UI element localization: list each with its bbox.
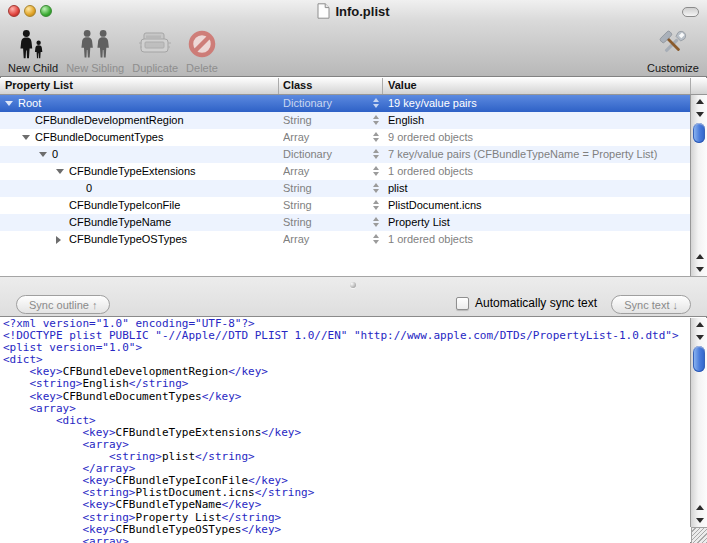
value-cell[interactable]: PlistDocument.icns	[388, 197, 688, 214]
stepper-down-icon	[373, 189, 379, 193]
property-key-cell[interactable]: CFBundleDocumentTypes	[0, 129, 300, 146]
value-cell[interactable]: 19 key/value pairs	[388, 95, 688, 112]
column-header-property-list[interactable]: Property List	[5, 79, 73, 91]
value-cell[interactable]: Property List	[388, 214, 688, 231]
column-header-value[interactable]: Value	[388, 79, 417, 91]
column-header-class[interactable]: Class	[283, 79, 312, 91]
window-resize-grip[interactable]	[691, 527, 707, 543]
xml-source-line: <key>CFBundleDocumentTypes</key>	[3, 391, 690, 403]
title-group: Info.plist	[0, 0, 707, 22]
class-popup-cell[interactable]: Array	[283, 129, 369, 146]
class-popup-stepper-icon[interactable]	[372, 217, 379, 227]
xml-source-editor[interactable]: <?xml version="1.0" encoding="UTF-8"?><!…	[0, 317, 690, 543]
outline-vertical-scrollbar[interactable]	[690, 95, 707, 276]
class-popup-cell[interactable]: Dictionary	[283, 95, 369, 112]
class-popup-cell[interactable]: String	[283, 180, 369, 197]
outline-row[interactable]: 0Dictionary7 key/value pairs (CFBundleTy…	[0, 146, 690, 163]
class-popup-cell[interactable]: String	[283, 214, 369, 231]
disclosure-triangle-icon[interactable]	[56, 169, 69, 174]
class-popup-stepper-icon[interactable]	[372, 166, 379, 176]
stepper-up-icon	[373, 217, 379, 221]
scroll-down-button[interactable]	[692, 263, 707, 276]
property-key-cell[interactable]: Root	[0, 95, 283, 112]
outline-header: Property List Class Value	[0, 78, 707, 95]
outline-row[interactable]: CFBundleDocumentTypesArray9 ordered obje…	[0, 129, 690, 146]
class-popup-stepper-icon[interactable]	[372, 149, 379, 159]
class-popup-cell[interactable]: Dictionary	[283, 146, 369, 163]
scroll-down-button[interactable]	[692, 108, 707, 121]
property-key-cell[interactable]: 0	[0, 146, 317, 163]
class-popup-cell[interactable]: Array	[283, 231, 369, 248]
outline-row[interactable]: CFBundleTypeExtensionsArray1 ordered obj…	[0, 163, 690, 180]
toolbar-button-label: Delete	[186, 62, 218, 74]
disclosure-triangle-icon[interactable]	[5, 101, 18, 106]
new-sibling-button[interactable]: New Sibling	[64, 22, 126, 74]
class-popup-stepper-icon[interactable]	[372, 98, 379, 108]
sync-text-button[interactable]: Sync text ↓	[611, 295, 691, 314]
property-key-cell[interactable]: CFBundleDevelopmentRegion	[0, 112, 300, 129]
stepper-up-icon	[373, 132, 379, 136]
sync-outline-button[interactable]: Sync outline ↑	[16, 295, 110, 314]
new-child-button[interactable]: New Child	[6, 22, 60, 74]
scroll-down-button[interactable]	[692, 331, 707, 344]
customize-button[interactable]: Customize	[645, 22, 701, 74]
titlebar[interactable]: Info.plist	[0, 0, 707, 22]
value-cell[interactable]: 1 ordered objects	[388, 163, 688, 180]
class-popup-stepper-icon[interactable]	[372, 115, 379, 125]
column-divider[interactable]	[382, 78, 383, 94]
arrow-down-icon	[696, 335, 704, 340]
disclosure-triangle-icon[interactable]	[56, 236, 69, 244]
class-popup-cell[interactable]: String	[283, 112, 369, 129]
toolbar-button-label: Duplicate	[132, 62, 178, 74]
class-popup-stepper-icon[interactable]	[372, 234, 379, 244]
delete-button[interactable]: Delete	[184, 22, 220, 74]
arrow-up-icon	[696, 99, 704, 104]
property-key-label: CFBundleTypeName	[69, 214, 171, 231]
splitter-handle[interactable]	[350, 282, 356, 288]
scrollbar-thumb[interactable]	[693, 123, 705, 143]
scroll-up-button[interactable]	[692, 501, 707, 514]
stepper-up-icon	[373, 234, 379, 238]
outline-row[interactable]: CFBundleTypeNameStringProperty List	[0, 214, 690, 231]
xml-vertical-scrollbar[interactable]	[690, 318, 707, 527]
auto-sync-label: Automatically sync text	[475, 296, 597, 310]
stepper-up-icon	[373, 149, 379, 153]
arrow-up-icon	[696, 505, 704, 510]
outline-row[interactable]: CFBundleDevelopmentRegionStringEnglish	[0, 112, 690, 129]
class-popup-stepper-icon[interactable]	[372, 200, 379, 210]
toolbar-toggle-button[interactable]	[682, 7, 699, 17]
class-popup-stepper-icon[interactable]	[372, 183, 379, 193]
disclosure-triangle-icon[interactable]	[39, 152, 52, 157]
scroll-up-button[interactable]	[692, 250, 707, 263]
outline-row[interactable]: CFBundleTypeIconFileStringPlistDocument.…	[0, 197, 690, 214]
value-cell[interactable]: 7 key/value pairs (CFBundleTypeName = Pr…	[388, 146, 688, 163]
column-divider[interactable]	[278, 78, 279, 94]
auto-sync-checkbox[interactable]	[456, 297, 469, 310]
stepper-up-icon	[373, 166, 379, 170]
value-cell[interactable]: plist	[388, 180, 688, 197]
stepper-down-icon	[373, 104, 379, 108]
stepper-up-icon	[373, 115, 379, 119]
outline-row[interactable]: CFBundleTypeOSTypesArray1 ordered object…	[0, 231, 690, 248]
xml-source-view[interactable]: <?xml version="1.0" encoding="UTF-8"?><!…	[0, 317, 690, 543]
scroll-down-button[interactable]	[692, 514, 707, 527]
class-popup-cell[interactable]: String	[283, 197, 369, 214]
duplicate-button[interactable]: Duplicate	[130, 22, 180, 74]
stepper-down-icon	[373, 172, 379, 176]
window-title: Info.plist	[335, 4, 389, 19]
scrollbar-thumb[interactable]	[693, 346, 705, 372]
class-popup-stepper-icon[interactable]	[372, 132, 379, 142]
scroll-up-button[interactable]	[692, 95, 707, 108]
property-key-label: CFBundleDevelopmentRegion	[35, 112, 184, 129]
stepper-down-icon	[373, 240, 379, 244]
value-cell[interactable]: English	[388, 112, 688, 129]
outline-row[interactable]: RootDictionary19 key/value pairs	[0, 95, 690, 112]
xml-source-line: <array>	[3, 403, 690, 415]
disclosure-triangle-icon[interactable]	[22, 135, 35, 140]
outline-row[interactable]: 0Stringplist	[0, 180, 690, 197]
value-cell[interactable]: 9 ordered objects	[388, 129, 688, 146]
class-popup-cell[interactable]: Array	[283, 163, 369, 180]
scroll-up-button[interactable]	[692, 318, 707, 331]
stepper-down-icon	[373, 206, 379, 210]
value-cell[interactable]: 1 ordered objects	[388, 231, 688, 248]
